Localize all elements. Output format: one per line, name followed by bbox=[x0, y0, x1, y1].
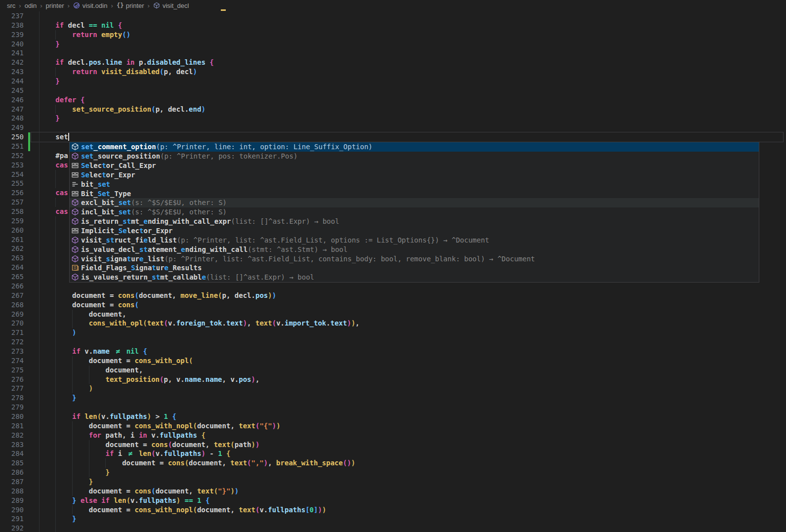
suggestion-item[interactable]: Field_Flags_Signature_Results bbox=[70, 263, 759, 273]
code-line-279[interactable]: 279 bbox=[0, 403, 786, 412]
line-number[interactable]: 247 bbox=[0, 105, 24, 114]
line-number[interactable]: 276 bbox=[0, 375, 24, 384]
line-number[interactable]: 262 bbox=[0, 244, 24, 253]
suggestion-item[interactable]: visit_signature_list(p: ^Printer, list: … bbox=[70, 254, 759, 263]
code-line-290[interactable]: 290 document = cons_with_nopl(document, … bbox=[0, 505, 786, 515]
line-number[interactable]: 265 bbox=[0, 272, 24, 282]
code-line-247[interactable]: 247 set_source_position(p, decl.end) bbox=[0, 105, 786, 114]
code-line-246[interactable]: 246 defer { bbox=[0, 95, 786, 105]
code-line-272[interactable]: 272 bbox=[0, 337, 786, 347]
code-line-248[interactable]: 248 } bbox=[0, 114, 786, 123]
line-number[interactable]: 239 bbox=[0, 30, 24, 40]
breadcrumb-item-printer[interactable]: {}printer bbox=[117, 2, 144, 9]
code-line-288[interactable]: 288 document = cons(document, text("}")) bbox=[0, 487, 786, 496]
line-number[interactable]: 240 bbox=[0, 40, 24, 49]
line-number[interactable]: 280 bbox=[0, 412, 24, 421]
code-line-266[interactable]: 266 bbox=[0, 282, 786, 291]
code-line-275[interactable]: 275 document, bbox=[0, 366, 786, 375]
line-number[interactable]: 279 bbox=[0, 403, 24, 412]
suggestion-item[interactable]: bit_set bbox=[70, 179, 759, 189]
code-line-239[interactable]: 239 return empty() bbox=[0, 30, 786, 40]
breadcrumb-item-src[interactable]: src bbox=[7, 2, 15, 9]
line-number[interactable]: 242 bbox=[0, 58, 24, 67]
line-number[interactable]: 238 bbox=[0, 21, 24, 30]
line-number[interactable]: 278 bbox=[0, 393, 24, 403]
line-number[interactable]: 268 bbox=[0, 300, 24, 310]
breadcrumb-item-visit_decl[interactable]: visit_decl bbox=[153, 2, 189, 9]
line-number[interactable]: 271 bbox=[0, 328, 24, 337]
code-line-278[interactable]: 278 } bbox=[0, 393, 786, 403]
line-number[interactable]: 237 bbox=[0, 11, 24, 21]
line-number[interactable]: 249 bbox=[0, 123, 24, 132]
code-line-281[interactable]: 281 document = cons_with_nopl(document, … bbox=[0, 421, 786, 431]
code-line-244[interactable]: 244 } bbox=[0, 77, 786, 86]
suggestion-item[interactable]: is_values_return_stmt_callable(list: []^… bbox=[70, 273, 759, 282]
suggestion-item[interactable]: incl_bit_set(s: ^$S/$E$U, other: S) bbox=[70, 207, 759, 217]
code-line-237[interactable]: 237 bbox=[0, 11, 786, 21]
code-line-276[interactable]: 276 text_position(p, v.name.name, v.pos)… bbox=[0, 375, 786, 384]
line-number[interactable]: 258 bbox=[0, 207, 24, 216]
code-line-269[interactable]: 269 document, bbox=[0, 310, 786, 319]
code-line-274[interactable]: 274 document = cons_with_opl( bbox=[0, 356, 786, 366]
suggestion-item[interactable]: Selector_Call_Expr bbox=[70, 161, 759, 170]
code-line-243[interactable]: 243 return visit_disabled(p, decl) bbox=[0, 67, 786, 77]
code-line-240[interactable]: 240 } bbox=[0, 40, 786, 49]
line-number[interactable]: 259 bbox=[0, 216, 24, 226]
code-line-292[interactable]: 292 bbox=[0, 524, 786, 532]
suggestion-item[interactable]: is_return_stmt_ending_with_call_expr(lis… bbox=[70, 217, 759, 226]
breadcrumb-item-odin[interactable]: odin bbox=[25, 2, 37, 9]
line-number[interactable]: 273 bbox=[0, 347, 24, 356]
line-number[interactable]: 248 bbox=[0, 114, 24, 123]
suggestion-item[interactable]: visit_struct_field_list(p: ^Printer, lis… bbox=[70, 235, 759, 245]
line-number[interactable]: 241 bbox=[0, 48, 24, 58]
line-number[interactable]: 263 bbox=[0, 253, 24, 263]
line-number[interactable]: 270 bbox=[0, 319, 24, 328]
code-line-250[interactable]: 250 set bbox=[0, 132, 786, 142]
line-number[interactable]: 275 bbox=[0, 366, 24, 375]
line-number[interactable]: 274 bbox=[0, 356, 24, 366]
line-number[interactable]: 291 bbox=[0, 514, 24, 524]
line-number[interactable]: 261 bbox=[0, 235, 24, 245]
code-line-291[interactable]: 291 } bbox=[0, 514, 786, 524]
suggestion-item[interactable]: is_value_decl_statement_ending_with_call… bbox=[70, 245, 759, 254]
line-number[interactable]: 250 bbox=[0, 132, 24, 142]
code-line-238[interactable]: 238 if decl == nil { bbox=[0, 21, 786, 30]
line-number[interactable]: 284 bbox=[0, 449, 24, 458]
line-number[interactable]: 269 bbox=[0, 310, 24, 319]
line-number[interactable]: 254 bbox=[0, 170, 24, 179]
line-number[interactable]: 286 bbox=[0, 468, 24, 477]
code-line-282[interactable]: 282 for path, i in v.fullpaths { bbox=[0, 431, 786, 440]
line-number[interactable]: 292 bbox=[0, 524, 24, 532]
line-number[interactable]: 285 bbox=[0, 458, 24, 468]
line-number[interactable]: 253 bbox=[0, 161, 24, 170]
line-number[interactable]: 260 bbox=[0, 226, 24, 235]
code-line-249[interactable]: 249 bbox=[0, 123, 786, 132]
code-line-286[interactable]: 286 } bbox=[0, 468, 786, 477]
breadcrumb-item-visit-odin[interactable]: visit.odin bbox=[73, 2, 108, 9]
code-line-284[interactable]: 284 if i ≠ len(v.fullpaths) - 1 { bbox=[0, 449, 786, 458]
code-line-273[interactable]: 273 if v.name ≠ nil { bbox=[0, 347, 786, 356]
code-line-283[interactable]: 283 document = cons(document, text(path)… bbox=[0, 440, 786, 450]
suggestion-item[interactable]: Implicit_Selector_Expr bbox=[70, 226, 759, 236]
line-number[interactable]: 266 bbox=[0, 282, 24, 291]
code-line-245[interactable]: 245 bbox=[0, 86, 786, 95]
line-number[interactable]: 251 bbox=[0, 142, 24, 151]
suggestion-item[interactable]: Bit_Set_Type bbox=[70, 189, 759, 198]
code-line-287[interactable]: 287 } bbox=[0, 477, 786, 487]
line-number[interactable]: 256 bbox=[0, 188, 24, 198]
line-number[interactable]: 289 bbox=[0, 496, 24, 505]
line-number[interactable]: 267 bbox=[0, 291, 24, 300]
suggestion-item[interactable]: excl_bit_set(s: ^$S/$E$U, other: S) bbox=[70, 198, 759, 207]
suggestion-item[interactable]: set_source_position(p: ^Printer, pos: to… bbox=[70, 152, 759, 161]
suggestion-item[interactable]: set_comment_option(p: ^Printer, line: in… bbox=[70, 142, 759, 152]
line-number[interactable]: 282 bbox=[0, 431, 24, 440]
code-line-289[interactable]: 289 } else if len(v.fullpaths) == 1 { bbox=[0, 496, 786, 505]
line-number[interactable]: 257 bbox=[0, 198, 24, 207]
line-number[interactable]: 287 bbox=[0, 477, 24, 487]
line-number[interactable]: 264 bbox=[0, 263, 24, 272]
suggestion-item[interactable]: Selector_Expr bbox=[70, 170, 759, 180]
line-number[interactable]: 245 bbox=[0, 86, 24, 95]
code-line-277[interactable]: 277 ) bbox=[0, 384, 786, 393]
line-number[interactable]: 243 bbox=[0, 67, 24, 77]
code-line-241[interactable]: 241 bbox=[0, 48, 786, 58]
